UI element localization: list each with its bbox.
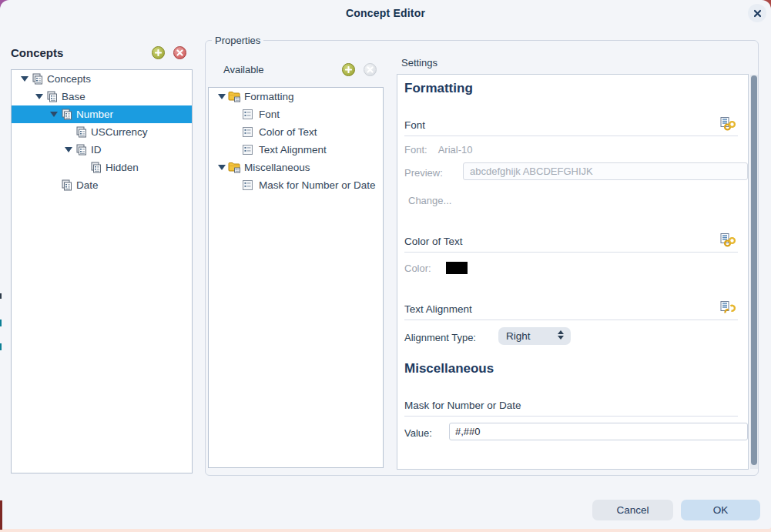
alignment-section-title: Text Alignment: [404, 303, 472, 315]
tree-label: Number: [76, 109, 113, 120]
tree-label: Miscellaneous: [244, 162, 310, 173]
tree-row-date[interactable]: Date: [12, 176, 192, 194]
tree-label: Formatting: [244, 91, 294, 102]
tree-row-color-of-text[interactable]: Color of Text: [209, 123, 383, 141]
delete-property-button-disabled[interactable]: [364, 63, 377, 76]
expander-triangle-icon[interactable]: [32, 94, 45, 99]
tree-label: Base: [62, 91, 85, 102]
concepts-panel-title: Concepts: [11, 46, 63, 59]
close-icon: [753, 9, 762, 18]
tree-label: Color of Text: [259, 126, 317, 138]
plus-icon: [155, 49, 162, 56]
font-section-title: Font: [404, 119, 425, 131]
item-icon: [243, 180, 256, 190]
mask-value-row: Value:: [404, 423, 432, 440]
color-label: Color:: [404, 263, 431, 274]
font-value: Arial-10: [438, 144, 473, 156]
cancel-button[interactable]: Cancel: [592, 500, 673, 520]
tree-row-font[interactable]: Font: [209, 105, 383, 123]
tree-label: Font: [259, 109, 280, 120]
background-edge-sliver: [0, 293, 2, 299]
tree-label: Hidden: [106, 162, 139, 173]
folder-icon: [228, 91, 241, 102]
ok-button[interactable]: OK: [681, 500, 760, 520]
tree-row-concepts[interactable]: Concepts: [12, 70, 192, 88]
tree-row-number[interactable]: Number: [12, 105, 192, 123]
mask-value-input[interactable]: [449, 423, 748, 440]
tree-label: Text Alignment: [259, 144, 327, 156]
concepts-tree: ConceptsBaseNumberUSCurrencyIDHiddenDate: [11, 69, 193, 473]
concept-icon: [60, 179, 73, 192]
concept-icon: [75, 144, 88, 156]
delete-concept-button[interactable]: [173, 46, 186, 59]
settings-panel: Formatting Font Font: Arial-10 Preview: …: [397, 74, 749, 470]
tree-row-base[interactable]: Base: [12, 88, 192, 105]
properties-group-legend: Properties: [212, 35, 263, 46]
preview-label: Preview:: [404, 165, 443, 179]
scrollbar-thumb[interactable]: [751, 75, 757, 465]
tree-label: Date: [76, 179, 99, 191]
mask-value-label: Value:: [404, 425, 432, 439]
add-concept-button[interactable]: [152, 46, 165, 59]
add-property-button[interactable]: [342, 63, 355, 76]
expander-triangle-icon[interactable]: [215, 94, 228, 99]
tree-row-mask-for-number-or-date[interactable]: Mask for Number or Date: [209, 176, 383, 194]
expander-triangle-icon[interactable]: [47, 112, 60, 117]
alignment-row: Alignment Type: Right: [404, 332, 476, 343]
font-value-row: Font: Arial-10: [404, 144, 472, 156]
tree-row-text-alignment[interactable]: Text Alignment: [209, 141, 383, 159]
color-section-title: Color of Text: [404, 236, 463, 247]
alignment-section-header: Text Alignment: [404, 303, 738, 320]
tree-label: Mask for Number or Date: [259, 179, 376, 191]
preview-row: Preview:: [404, 162, 743, 180]
background-edge-sliver: [0, 343, 2, 350]
tree-label: ID: [91, 144, 102, 156]
mask-section-title: Mask for Number or Date: [404, 400, 521, 411]
settings-scrollbar[interactable]: [750, 75, 758, 469]
plus-icon: [345, 66, 352, 73]
link-icon[interactable]: [720, 233, 736, 250]
tree-row-hidden[interactable]: Hidden: [12, 159, 192, 176]
formatting-heading: Formatting: [404, 81, 473, 96]
color-row: Color:: [404, 262, 468, 274]
item-icon: [243, 109, 256, 119]
miscellaneous-heading: Miscellaneous: [404, 361, 494, 376]
alignment-type-select[interactable]: Right: [498, 327, 571, 345]
item-icon: [243, 127, 256, 137]
font-section-header: Font: [404, 119, 738, 136]
font-label: Font:: [404, 144, 427, 156]
concept-icon: [45, 91, 59, 103]
x-icon: [176, 49, 183, 56]
close-button[interactable]: [748, 4, 766, 22]
link-icon[interactable]: [720, 117, 736, 134]
tree-row-miscellaneous[interactable]: Miscellaneous: [209, 159, 383, 176]
background-edge-sliver: [0, 320, 2, 326]
folder-icon: [228, 162, 241, 173]
change-font-link[interactable]: Change...: [408, 195, 451, 206]
expander-triangle-icon[interactable]: [18, 76, 31, 82]
font-preview-input[interactable]: [463, 162, 748, 180]
concept-icon: [31, 73, 44, 85]
color-swatch[interactable]: [446, 262, 468, 274]
tree-label: Concepts: [47, 73, 91, 85]
expander-triangle-icon[interactable]: [62, 147, 75, 152]
alignment-type-label: Alignment Type:: [404, 332, 476, 343]
color-section-header: Color of Text: [404, 236, 738, 253]
settings-label: Settings: [401, 57, 437, 69]
available-properties-tree: FormattingFontColor of TextText Alignmen…: [208, 87, 384, 468]
concept-icon: [60, 109, 73, 121]
concept-icon: [75, 126, 88, 139]
spinner-icon[interactable]: [558, 330, 564, 340]
dialog-title: Concept Editor: [0, 7, 771, 19]
tree-row-formatting[interactable]: Formatting: [209, 88, 383, 105]
expander-triangle-icon[interactable]: [215, 165, 228, 170]
alignment-type-value: Right: [506, 330, 531, 342]
mask-section-header: Mask for Number or Date: [404, 400, 738, 417]
concept-icon: [89, 162, 102, 174]
broken-link-icon[interactable]: [720, 301, 736, 318]
concept-editor-dialog: Concept Editor Concepts ConceptsBaseNumb…: [0, 0, 771, 529]
tree-row-uscurrency[interactable]: USCurrency: [12, 123, 192, 141]
available-label: Available: [223, 64, 264, 75]
tree-row-id[interactable]: ID: [12, 141, 192, 159]
x-icon: [367, 66, 374, 73]
